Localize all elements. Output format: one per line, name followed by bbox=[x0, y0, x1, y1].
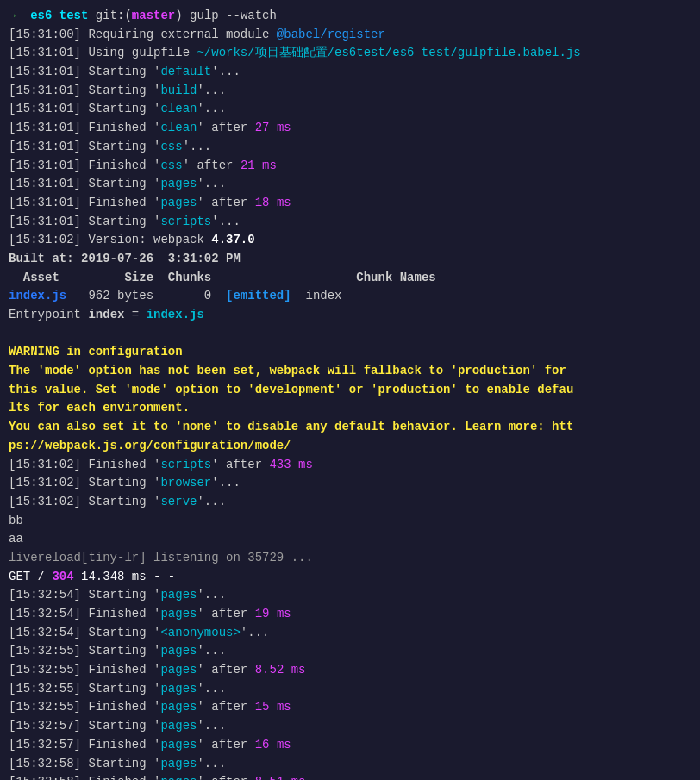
ts29b: ' after bbox=[197, 700, 254, 714]
log-line-18: [15:31:02] Starting 'serve'... bbox=[9, 493, 691, 512]
livereload-msg: livereload[tiny-lr] listening on 35729 .… bbox=[9, 551, 313, 565]
log-line-4: [15:31:01] Starting 'build'... bbox=[9, 82, 691, 101]
warn-line-2: The 'mode' option has not been set, webp… bbox=[9, 362, 691, 381]
ts31: [15:32:57] Finished ' bbox=[9, 738, 160, 752]
prompt-git2: ) bbox=[175, 9, 182, 22]
warning-body-2: this value. Set 'mode' option to 'develo… bbox=[9, 383, 573, 396]
warn-line-5: You can also set it to 'none' to disable… bbox=[9, 418, 691, 437]
ts27b: ' after bbox=[197, 663, 254, 677]
ts29: [15:32:55] Finished ' bbox=[9, 700, 160, 714]
ts23b: '... bbox=[197, 588, 226, 602]
entrypoint-label: Entrypoint bbox=[9, 308, 88, 321]
time-852ms: 8.52 ms bbox=[255, 663, 306, 677]
log-line-5: [15:31:01] Starting 'clean'... bbox=[9, 100, 691, 119]
log-line-8: [15:31:01] Finished 'css' after 21 ms bbox=[9, 157, 691, 176]
task-clean2: clean bbox=[160, 121, 197, 134]
log-line-7: [15:31:01] Starting 'css'... bbox=[9, 138, 691, 157]
ts3b: '... bbox=[211, 65, 241, 78]
warning-header: WARNING in configuration bbox=[9, 345, 183, 359]
ts26: [15:32:55] Starting ' bbox=[9, 644, 160, 658]
ts12: [15:31:02] Version: webpack bbox=[9, 233, 211, 246]
ts18b: '... bbox=[197, 495, 226, 509]
ts2: [15:31:01] Using gulpfile bbox=[9, 46, 197, 59]
ts4b: '... bbox=[197, 84, 226, 97]
warn-line-1: WARNING in configuration bbox=[9, 343, 691, 362]
ts30: [15:32:57] Starting ' bbox=[9, 719, 160, 733]
log-line-10: [15:31:01] Finished 'pages' after 18 ms bbox=[9, 194, 691, 213]
webpack-version: 4.37.0 bbox=[211, 233, 254, 246]
task-css: css bbox=[160, 140, 182, 153]
ts23: [15:32:54] Starting ' bbox=[9, 588, 160, 602]
emitted-badge: [emitted] bbox=[226, 289, 291, 303]
output-bb: bb bbox=[9, 514, 23, 527]
task-pages3: pages bbox=[160, 588, 197, 602]
log-line-28: [15:32:55] Starting 'pages'... bbox=[9, 680, 691, 699]
http-get: GET / bbox=[9, 570, 52, 583]
terminal-window: → es6 test git:(master) gulp --watch [15… bbox=[0, 0, 700, 780]
time-433ms: 433 ms bbox=[269, 458, 312, 471]
ts25b: '... bbox=[241, 626, 270, 640]
task-scripts2: scripts bbox=[160, 458, 211, 471]
prompt-git: git:( bbox=[96, 9, 132, 22]
log-line-6: [15:31:01] Finished 'clean' after 27 ms bbox=[9, 119, 691, 138]
ts24b: ' after bbox=[197, 607, 254, 621]
warning-body-1: The 'mode' option has not been set, webp… bbox=[9, 364, 566, 378]
ts16: [15:31:02] Finished ' bbox=[9, 458, 160, 471]
gulpfile-path: ~/works/项目基础配置/es6test/es6 test/gulpfile… bbox=[197, 46, 580, 59]
entrypoint-name: index bbox=[88, 308, 124, 321]
time-851ms: 8.51 ms bbox=[255, 775, 306, 780]
ts31b: ' after bbox=[197, 738, 254, 752]
ts6b: ' after bbox=[197, 121, 254, 134]
task-serve: serve bbox=[160, 495, 197, 509]
ts5: [15:31:01] Starting ' bbox=[9, 102, 160, 115]
ts11: [15:31:01] Starting ' bbox=[9, 215, 160, 228]
ts17: [15:31:02] Starting ' bbox=[9, 476, 160, 490]
task-pages9: pages bbox=[160, 719, 197, 733]
ts7b: '... bbox=[183, 140, 212, 153]
ts3: [15:31:01] Starting ' bbox=[9, 65, 160, 78]
warn-line-4: lts for each environment. bbox=[9, 399, 691, 418]
ts5b: '... bbox=[197, 102, 226, 115]
task-pages1: pages bbox=[160, 177, 197, 190]
log-line-25: [15:32:54] Starting '<anonymous>'... bbox=[9, 624, 691, 643]
http-time: 14.348 ms - - bbox=[74, 570, 176, 583]
log-line-33: [15:32:58] Finished 'pages' after 8.51 m… bbox=[9, 773, 691, 780]
ts27: [15:32:55] Finished ' bbox=[9, 663, 160, 677]
prompt-branch: master bbox=[132, 9, 175, 22]
ts4: [15:31:01] Starting ' bbox=[9, 84, 160, 97]
warning-body-3: lts for each environment. bbox=[9, 401, 190, 415]
table-header: Asset Size Chunks Chunk Names bbox=[9, 269, 691, 288]
ts25: [15:32:54] Starting ' bbox=[9, 626, 160, 640]
task-pages8: pages bbox=[160, 700, 197, 714]
task-css2: css bbox=[160, 159, 182, 172]
ts32b: '... bbox=[197, 757, 226, 771]
time-27ms: 27 ms bbox=[255, 121, 291, 134]
log-line-13: Built at: 2019-07-26 3:31:02 PM bbox=[9, 250, 691, 269]
log-line-2: [15:31:01] Using gulpfile ~/works/项目基础配置… bbox=[9, 44, 691, 63]
task-build: build bbox=[160, 84, 197, 97]
asset-size: 962 bytes 0 bbox=[66, 289, 226, 303]
log-line-20: aa bbox=[9, 530, 691, 549]
task-pages11: pages bbox=[160, 757, 197, 771]
prompt-line: → es6 test git:(master) gulp --watch bbox=[9, 7, 691, 26]
ts7: [15:31:01] Starting ' bbox=[9, 140, 160, 153]
log-line-19: bb bbox=[9, 512, 691, 531]
log-line-30: [15:32:57] Starting 'pages'... bbox=[9, 717, 691, 736]
babel-module: @babel/register bbox=[277, 28, 385, 41]
ts11b: '... bbox=[211, 215, 241, 228]
ts28: [15:32:55] Starting ' bbox=[9, 682, 160, 696]
log-line-24: [15:32:54] Finished 'pages' after 19 ms bbox=[9, 605, 691, 624]
prompt-cmd: gulp --watch bbox=[183, 9, 277, 22]
log-line-1: [15:31:00] Requiring external module @ba… bbox=[9, 26, 691, 45]
ts10b: ' after bbox=[197, 196, 254, 209]
blank-line-1 bbox=[9, 325, 691, 344]
task-pages4: pages bbox=[160, 607, 197, 621]
ts33b: ' after bbox=[197, 775, 254, 780]
task-pages10: pages bbox=[160, 738, 197, 752]
asset-name: index.js bbox=[9, 289, 66, 303]
task-browser: browser bbox=[160, 476, 211, 490]
ts28b: '... bbox=[197, 682, 226, 696]
arrow-icon: → bbox=[9, 9, 23, 22]
warning-body-5: ps://webpack.js.org/configuration/mode/ bbox=[9, 439, 291, 452]
time-21ms: 21 ms bbox=[241, 159, 277, 172]
